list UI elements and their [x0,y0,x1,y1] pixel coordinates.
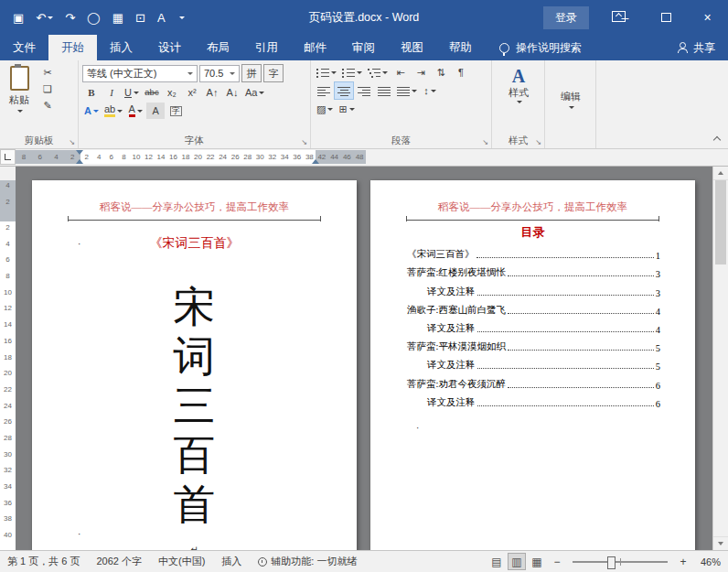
underline-button[interactable]: U [123,84,141,101]
vertical-ruler[interactable]: 42 246810121416182022242628303234363840 [0,167,16,550]
scroll-down-button[interactable] [713,536,728,550]
paste-button[interactable]: 粘贴 [4,64,35,114]
close-button[interactable]: × [687,0,728,35]
strikethrough-button[interactable]: abc [143,84,161,101]
bold-button[interactable]: B [82,84,101,101]
page-2[interactable]: 稻客说——分享办公技巧，提高工作效率 目录 《宋词三百首》 1 菩萨蛮:红楼别夜… [370,180,695,550]
tab-file[interactable]: 文件 [0,35,48,60]
maximize-icon [661,13,671,22]
undo-icon[interactable]: ↶ [36,12,53,24]
line-spacing-button[interactable]: ↕ [421,82,439,99]
minimize-button[interactable]: – [605,0,646,35]
distribute-button[interactable] [395,82,419,99]
zoom-in-button[interactable]: + [677,556,690,568]
qat-customize-icon[interactable] [177,16,185,19]
subscript-button[interactable]: x₂ [163,84,181,101]
dialog-launcher-icon[interactable]: ↘ [301,139,307,146]
dialog-launcher-icon[interactable]: ↘ [535,139,541,146]
redo-icon[interactable]: ↷ [65,12,75,24]
zoom-out-button[interactable]: − [551,556,563,568]
tab-design[interactable]: 设计 [145,35,194,60]
tab-references[interactable]: 引用 [242,35,291,60]
text-effects-button[interactable]: A [82,103,101,119]
language-indicator[interactable]: 中文(中国) [158,555,205,568]
accessibility-status[interactable]: 辅助功能: 一切就绪 [258,555,357,568]
horizontal-ruler[interactable]: 8642 2468101214161820222426283032343638 … [0,149,728,167]
document-area[interactable]: 42 246810121416182022242628303234363840 … [0,167,728,550]
borders-button[interactable]: ⊞ [337,101,356,117]
insert-mode[interactable]: 插入 [221,555,241,568]
read-mode-button[interactable]: ▤ [488,554,505,569]
tab-stop-selector[interactable] [0,149,16,165]
font-color-button[interactable]: A [126,103,145,119]
increase-indent-button[interactable]: ⇥ [412,64,430,81]
align-left-button[interactable] [315,82,333,99]
font-name-combo[interactable]: 等线 (中文正文) [82,65,198,82]
scroll-up-button[interactable] [713,167,728,180]
share-button[interactable]: 共享 [677,35,728,60]
align-right-button[interactable] [355,82,373,99]
shading-button[interactable]: ▨ [315,101,335,117]
login-button[interactable]: 登录 [543,6,589,29]
toc-entry: 菩萨蛮:红楼别夜堪惆怅 3 [407,261,660,279]
character-border-button[interactable]: 字 [263,64,284,82]
editing-button[interactable]: 编辑 [561,90,581,109]
table-icon[interactable]: ▦ [112,12,123,24]
save-icon[interactable]: ▣ [13,12,24,24]
hanging-indent-marker[interactable] [76,159,83,164]
text-highlight-button[interactable]: ab [102,103,124,119]
align-center-button[interactable] [335,82,353,99]
tab-help[interactable]: 帮助 [436,35,485,60]
phonetic-guide-button[interactable]: 拼 [241,64,262,82]
format-painter-button[interactable]: ✎ [38,99,57,113]
show-marks-button[interactable]: ¶ [452,64,470,81]
shrink-font-button[interactable]: A↓ [223,84,241,101]
maximize-button[interactable] [646,0,687,35]
vertical-scrollbar[interactable] [712,167,728,550]
title-bar: ▣↶↷◯▦⊡A 页码设置.docx - Word 登录 – × [0,0,728,35]
tab-mailings[interactable]: 邮件 [291,35,339,60]
scrollbar-thumb[interactable] [715,180,726,264]
styles-button[interactable]: A 样式 [509,64,529,103]
print-layout-button[interactable]: ▥ [509,554,525,569]
italic-button[interactable]: I [102,84,121,101]
bullets-button[interactable] [315,64,338,81]
right-indent-marker[interactable] [312,159,319,164]
zoom-slider-thumb[interactable] [607,556,616,569]
tab-home[interactable]: 开始 [48,35,97,60]
dialog-launcher-icon[interactable]: ↘ [482,139,488,146]
change-case-button[interactable]: Aa [243,84,266,101]
tab-review[interactable]: 审阅 [339,35,388,60]
justify-button[interactable] [375,82,393,99]
word-count[interactable]: 2062 个字 [96,555,142,568]
tab-insert[interactable]: 插入 [97,35,145,60]
tab-layout[interactable]: 布局 [194,35,242,60]
tell-me-search[interactable]: 操作说明搜索 [499,35,582,60]
page-1[interactable]: 稻客说——分享办公技巧，提高工作效率 · 《宋词三百首》 宋词三百首 · ↵ [32,180,357,550]
grow-font-button[interactable]: A↑ [203,84,221,101]
cut-button[interactable]: ✂ [38,66,57,80]
font-size-combo[interactable]: 70.5 [199,65,240,82]
dialog-launcher-icon[interactable]: ↘ [69,139,75,146]
web-layout-button[interactable]: ▦ [529,554,545,569]
zoom-slider[interactable] [573,561,668,563]
zoom-level[interactable]: 46% [695,556,721,567]
page-indicator[interactable]: 第 1 页，共 6 页 [7,555,80,568]
copy-button[interactable]: ❏ [38,82,57,96]
collapse-ribbon-button[interactable] [713,135,721,143]
sort-button[interactable]: ⇅ [432,64,450,81]
tab-view[interactable]: 视图 [388,35,436,60]
char-shading-button[interactable]: A [146,103,165,119]
decrease-indent-button[interactable]: ⇤ [391,64,410,81]
select-tool-icon[interactable]: ⊡ [135,12,145,24]
font-tool-icon[interactable]: A [157,12,166,24]
draw-circle-icon[interactable]: ◯ [87,12,101,24]
toc-entry: 译文及注释 4 [407,317,660,335]
superscript-button[interactable]: x² [183,84,201,101]
enclose-char-button[interactable]: 字 [166,103,185,119]
toc-leader-dots [476,257,654,258]
multilevel-list-button[interactable] [366,64,390,81]
toc-leader-dots [508,275,654,276]
numbering-button[interactable] [340,64,364,81]
first-line-indent-marker[interactable] [76,150,83,155]
